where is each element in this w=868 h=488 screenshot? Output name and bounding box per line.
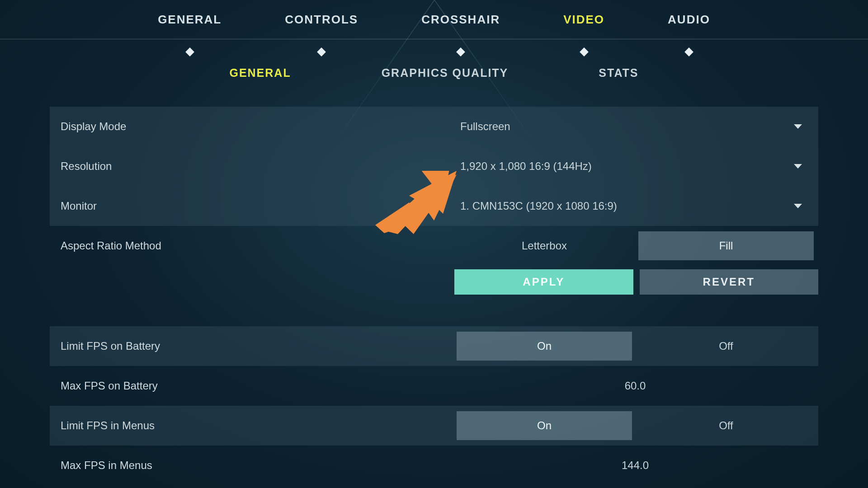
spacer [50,295,818,326]
diamond-icon [580,47,589,56]
limit-fps-menus-on[interactable]: On [457,411,632,440]
diamond-icon [684,47,693,56]
limit-fps-menus-off[interactable]: Off [638,411,814,440]
tab-controls[interactable]: CONTROLS [285,13,358,40]
tab-audio[interactable]: AUDIO [668,13,710,40]
display-mode-dropdown[interactable]: Fullscreen [457,107,818,146]
sub-tabs: GENERAL GRAPHICS QUALITY STATS [0,66,868,80]
aspect-letterbox-button[interactable]: Letterbox [457,231,632,260]
dropdown-value: 1,920 x 1,080 16:9 (144Hz) [460,160,592,173]
monitor-dropdown[interactable]: 1. CMN153C (868 x 488 16:9) [457,186,818,226]
apply-button[interactable]: APPLY [454,269,633,295]
max-fps-menus-value: 144.0 [457,459,818,472]
tab-label: CONTROLS [285,13,358,26]
tab-general[interactable]: GENERAL [158,13,222,40]
top-tabs: GENERAL CONTROLS CROSSHAIR VIDEO AUDIO [0,0,868,40]
chevron-down-icon [794,164,802,169]
aspect-ratio-toggle: Letterbox Fill [457,231,818,260]
chevron-down-icon [794,204,802,208]
setting-label: Limit FPS on Battery [50,340,457,352]
tab-crosshair[interactable]: CROSSHAIR [421,13,500,40]
aspect-fill-button[interactable]: Fill [638,231,814,260]
max-fps-battery-value: 60.0 [457,380,818,392]
row-resolution: Resolution 1,920 x 1,080 16:9 (144Hz) [50,146,818,186]
setting-label: Max FPS on Battery [50,380,457,392]
row-monitor: Monitor 1. CMN153C (868 x 488 16:9) [50,186,818,226]
row-aspect-ratio: Aspect Ratio Method Letterbox Fill [50,226,818,266]
subtab-stats[interactable]: STATS [599,66,638,80]
limit-fps-battery-off[interactable]: Off [638,332,814,361]
tab-label: VIDEO [563,13,604,26]
tab-label: CROSSHAIR [421,13,500,26]
setting-label: Max FPS in Menus [50,459,457,472]
dropdown-value: Fullscreen [460,120,510,133]
setting-label: Display Mode [50,120,457,133]
diamond-icon [185,47,194,56]
limit-fps-battery-toggle: On Off [457,332,818,361]
row-max-fps-battery: Max FPS on Battery 60.0 [50,366,818,406]
diamond-icon [456,47,465,56]
setting-label: Aspect Ratio Method [50,239,457,252]
row-max-fps-menus: Max FPS in Menus 144.0 [50,446,818,485]
dropdown-value: 1. CMN153C (868 x 488 16:9) [460,200,617,212]
tab-video[interactable]: VIDEO [563,13,604,40]
tab-label: GENERAL [158,13,222,26]
limit-fps-battery-on[interactable]: On [457,332,632,361]
subtab-general[interactable]: GENERAL [229,66,291,80]
settings-panel: Display Mode Fullscreen Resolution 1,920… [50,107,818,485]
max-fps-battery-value-wrap[interactable]: 60.0 [457,380,818,392]
max-fps-menus-value-wrap[interactable]: 144.0 [457,459,818,472]
tab-label: AUDIO [668,13,710,26]
apply-revert-row: APPLY REVERT [454,269,818,295]
row-display-mode: Display Mode Fullscreen [50,107,818,146]
resolution-dropdown[interactable]: 1,920 x 1,080 16:9 (144Hz) [457,146,818,186]
setting-label: Limit FPS in Menus [50,419,457,432]
revert-button[interactable]: REVERT [640,269,819,295]
limit-fps-menus-toggle: On Off [457,411,818,440]
setting-label: Monitor [50,200,457,212]
diamond-icon [317,47,326,56]
setting-label: Resolution [50,160,457,173]
row-limit-fps-menus: Limit FPS in Menus On Off [50,406,818,446]
row-limit-fps-battery: Limit FPS on Battery On Off [50,326,818,366]
chevron-down-icon [794,124,802,129]
subtab-graphics-quality[interactable]: GRAPHICS QUALITY [382,66,509,80]
